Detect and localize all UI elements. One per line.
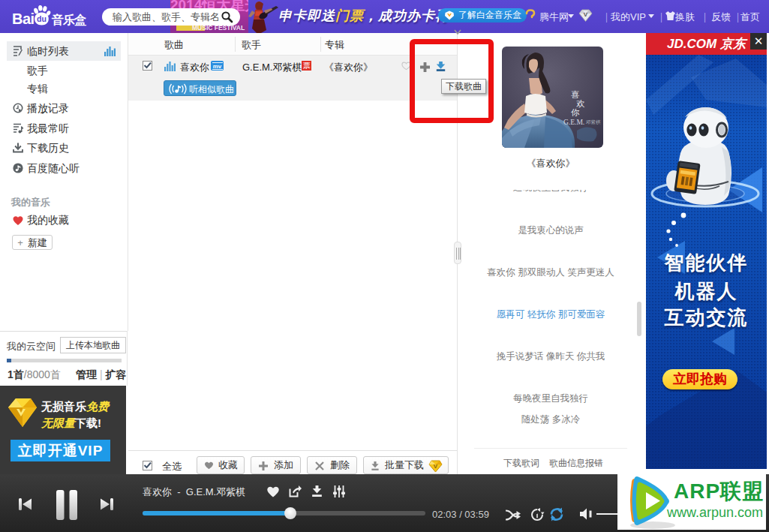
svg-text:邓紫棋: 邓紫棋 [585, 119, 601, 125]
svg-text:G.E.M.: G.E.M. [563, 119, 584, 126]
svg-text:你: 你 [570, 108, 580, 117]
svg-text:du: du [37, 14, 47, 23]
svg-text:喜: 喜 [571, 90, 580, 99]
svg-text:欢: 欢 [576, 99, 585, 108]
svg-text:V: V [434, 463, 438, 470]
svg-text:V: V [584, 11, 588, 18]
